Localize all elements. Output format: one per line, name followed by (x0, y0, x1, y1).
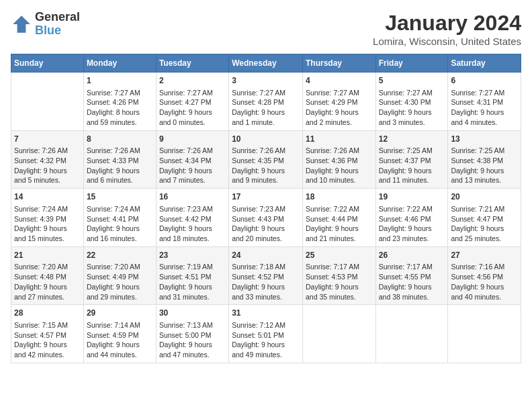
calendar-cell: 18Sunrise: 7:22 AM Sunset: 4:44 PM Dayli… (302, 189, 375, 247)
calendar-cell: 16Sunrise: 7:23 AM Sunset: 4:42 PM Dayli… (156, 189, 228, 247)
header-cell-tuesday: Tuesday (156, 54, 228, 73)
day-number: 25 (306, 250, 373, 261)
header-cell-wednesday: Wednesday (229, 54, 303, 73)
header-cell-thursday: Thursday (302, 54, 375, 73)
calendar-cell: 3Sunrise: 7:27 AM Sunset: 4:28 PM Daylig… (229, 73, 303, 131)
day-number: 30 (159, 308, 226, 319)
day-number: 14 (14, 191, 81, 203)
calendar-cell: 20Sunrise: 7:21 AM Sunset: 4:47 PM Dayli… (448, 189, 521, 247)
cell-content: Sunrise: 7:27 AM Sunset: 4:30 PM Dayligh… (379, 88, 445, 128)
calendar-header: SundayMondayTuesdayWednesdayThursdayFrid… (11, 54, 521, 73)
calendar-cell: 31Sunrise: 7:12 AM Sunset: 5:01 PM Dayli… (229, 305, 303, 363)
day-number: 11 (306, 134, 373, 145)
cell-content: Sunrise: 7:15 AM Sunset: 4:57 PM Dayligh… (14, 320, 81, 360)
cell-content: Sunrise: 7:25 AM Sunset: 4:38 PM Dayligh… (451, 146, 518, 185)
header-cell-friday: Friday (375, 54, 448, 73)
calendar-cell: 11Sunrise: 7:26 AM Sunset: 4:36 PM Dayli… (302, 130, 375, 189)
day-number: 3 (232, 75, 300, 87)
week-row-3: 14Sunrise: 7:24 AM Sunset: 4:39 PM Dayli… (11, 189, 521, 247)
calendar-cell: 25Sunrise: 7:17 AM Sunset: 4:53 PM Dayli… (302, 246, 375, 305)
calendar-cell: 4Sunrise: 7:27 AM Sunset: 4:29 PM Daylig… (302, 73, 375, 131)
day-number: 4 (306, 75, 373, 87)
week-row-4: 21Sunrise: 7:20 AM Sunset: 4:48 PM Dayli… (11, 246, 521, 305)
logo-icon (11, 13, 32, 35)
day-number: 22 (87, 250, 153, 261)
cell-content: Sunrise: 7:21 AM Sunset: 4:47 PM Dayligh… (451, 204, 518, 244)
calendar-cell: 29Sunrise: 7:14 AM Sunset: 4:59 PM Dayli… (83, 305, 156, 363)
day-number: 13 (451, 134, 518, 145)
calendar-cell: 24Sunrise: 7:18 AM Sunset: 4:52 PM Dayli… (229, 246, 303, 305)
cell-content: Sunrise: 7:27 AM Sunset: 4:28 PM Dayligh… (232, 88, 300, 128)
day-number: 2 (159, 75, 226, 87)
day-number: 27 (451, 250, 518, 261)
week-row-2: 7Sunrise: 7:26 AM Sunset: 4:32 PM Daylig… (11, 130, 521, 189)
day-number: 29 (87, 308, 153, 319)
cell-content: Sunrise: 7:20 AM Sunset: 4:48 PM Dayligh… (14, 262, 81, 302)
day-number: 20 (451, 191, 518, 203)
calendar-cell: 7Sunrise: 7:26 AM Sunset: 4:32 PM Daylig… (11, 130, 84, 189)
calendar-cell: 27Sunrise: 7:16 AM Sunset: 4:56 PM Dayli… (448, 246, 521, 305)
cell-content: Sunrise: 7:19 AM Sunset: 4:51 PM Dayligh… (159, 262, 226, 302)
cell-content: Sunrise: 7:22 AM Sunset: 4:44 PM Dayligh… (306, 204, 373, 244)
header-cell-monday: Monday (83, 54, 156, 73)
header-cell-sunday: Sunday (11, 54, 84, 73)
day-number: 9 (159, 134, 226, 145)
day-number: 28 (14, 308, 81, 319)
calendar-cell: 21Sunrise: 7:20 AM Sunset: 4:48 PM Dayli… (11, 246, 84, 305)
calendar-cell: 9Sunrise: 7:26 AM Sunset: 4:34 PM Daylig… (156, 130, 228, 189)
cell-content: Sunrise: 7:22 AM Sunset: 4:46 PM Dayligh… (379, 204, 445, 244)
day-number: 23 (159, 250, 226, 261)
cell-content: Sunrise: 7:13 AM Sunset: 5:00 PM Dayligh… (159, 320, 226, 360)
day-number: 16 (159, 191, 226, 203)
cell-content: Sunrise: 7:26 AM Sunset: 4:36 PM Dayligh… (306, 146, 373, 185)
cell-content: Sunrise: 7:17 AM Sunset: 4:55 PM Dayligh… (379, 262, 445, 302)
cell-content: Sunrise: 7:17 AM Sunset: 4:53 PM Dayligh… (306, 262, 373, 302)
calendar-cell: 13Sunrise: 7:25 AM Sunset: 4:38 PM Dayli… (448, 130, 521, 189)
calendar-cell: 15Sunrise: 7:24 AM Sunset: 4:41 PM Dayli… (83, 189, 156, 247)
logo-text: General Blue (35, 11, 80, 38)
calendar-cell: 30Sunrise: 7:13 AM Sunset: 5:00 PM Dayli… (156, 305, 228, 363)
calendar-cell: 28Sunrise: 7:15 AM Sunset: 4:57 PM Dayli… (11, 305, 84, 363)
calendar-body: 1Sunrise: 7:27 AM Sunset: 4:26 PM Daylig… (11, 73, 521, 363)
day-number: 8 (87, 134, 153, 145)
header-row: SundayMondayTuesdayWednesdayThursdayFrid… (11, 54, 521, 73)
day-number: 21 (14, 250, 81, 261)
cell-content: Sunrise: 7:23 AM Sunset: 4:43 PM Dayligh… (232, 204, 300, 244)
calendar-subtitle: Lomira, Wisconsin, United States (373, 36, 521, 47)
calendar-cell: 5Sunrise: 7:27 AM Sunset: 4:30 PM Daylig… (375, 73, 448, 131)
day-number: 12 (379, 134, 445, 145)
cell-content: Sunrise: 7:16 AM Sunset: 4:56 PM Dayligh… (451, 262, 518, 302)
cell-content: Sunrise: 7:25 AM Sunset: 4:37 PM Dayligh… (379, 146, 445, 185)
calendar-cell: 10Sunrise: 7:26 AM Sunset: 4:35 PM Dayli… (229, 130, 303, 189)
week-row-1: 1Sunrise: 7:27 AM Sunset: 4:26 PM Daylig… (11, 73, 521, 131)
day-number: 6 (451, 75, 518, 87)
calendar-cell: 8Sunrise: 7:26 AM Sunset: 4:33 PM Daylig… (83, 130, 156, 189)
cell-content: Sunrise: 7:26 AM Sunset: 4:35 PM Dayligh… (232, 146, 300, 185)
cell-content: Sunrise: 7:27 AM Sunset: 4:29 PM Dayligh… (306, 88, 373, 128)
cell-content: Sunrise: 7:26 AM Sunset: 4:32 PM Dayligh… (14, 146, 81, 185)
day-number: 15 (87, 191, 153, 203)
cell-content: Sunrise: 7:24 AM Sunset: 4:41 PM Dayligh… (87, 204, 153, 244)
calendar-cell: 14Sunrise: 7:24 AM Sunset: 4:39 PM Dayli… (11, 189, 84, 247)
day-number: 31 (232, 308, 300, 319)
cell-content: Sunrise: 7:24 AM Sunset: 4:39 PM Dayligh… (14, 204, 81, 244)
cell-content: Sunrise: 7:14 AM Sunset: 4:59 PM Dayligh… (87, 320, 153, 360)
cell-content: Sunrise: 7:27 AM Sunset: 4:26 PM Dayligh… (87, 88, 153, 128)
header-cell-saturday: Saturday (448, 54, 521, 73)
calendar-cell: 12Sunrise: 7:25 AM Sunset: 4:37 PM Dayli… (375, 130, 448, 189)
day-number: 7 (14, 134, 81, 145)
calendar-cell: 23Sunrise: 7:19 AM Sunset: 4:51 PM Dayli… (156, 246, 228, 305)
day-number: 1 (87, 75, 153, 87)
logo: General Blue (11, 11, 80, 38)
page-header: General Blue January 2024 Lomira, Wiscon… (11, 11, 521, 47)
cell-content: Sunrise: 7:20 AM Sunset: 4:49 PM Dayligh… (87, 262, 153, 302)
calendar-cell: 1Sunrise: 7:27 AM Sunset: 4:26 PM Daylig… (83, 73, 156, 131)
svg-marker-0 (13, 15, 30, 33)
calendar-cell (11, 73, 84, 131)
calendar-title: January 2024 (373, 11, 521, 36)
day-number: 18 (306, 191, 373, 203)
calendar-table: SundayMondayTuesdayWednesdayThursdayFrid… (11, 54, 521, 363)
calendar-cell: 19Sunrise: 7:22 AM Sunset: 4:46 PM Dayli… (375, 189, 448, 247)
calendar-cell: 26Sunrise: 7:17 AM Sunset: 4:55 PM Dayli… (375, 246, 448, 305)
calendar-cell (375, 305, 448, 363)
